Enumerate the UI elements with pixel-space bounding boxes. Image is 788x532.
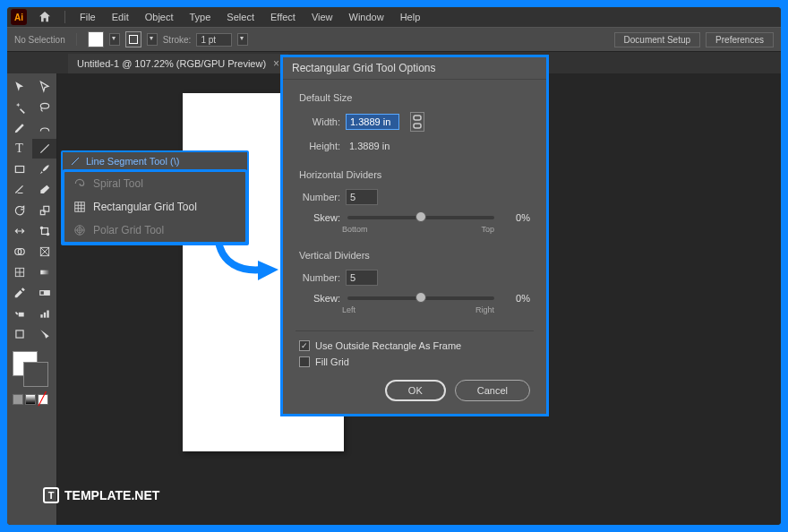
h-skew-left-label: Bottom — [342, 225, 368, 234]
eraser-tool[interactable] — [32, 180, 56, 200]
fill-dropdown[interactable] — [109, 33, 120, 46]
stroke-weight-dropdown[interactable] — [237, 33, 248, 46]
line-tool[interactable] — [32, 139, 56, 159]
document-tab[interactable]: Untitled-1 @ 107.22% (RGB/GPU Preview) × — [68, 54, 288, 73]
slice-tool[interactable] — [32, 324, 56, 344]
svg-rect-34 — [414, 116, 421, 120]
magic-wand-tool[interactable] — [7, 98, 31, 117]
checkbox-checked-icon: ✓ — [299, 340, 310, 351]
direct-selection-tool[interactable] — [32, 77, 56, 97]
v-number-input[interactable] — [346, 270, 378, 286]
paintbrush-tool[interactable] — [32, 159, 56, 179]
watermark: T TEMPLATE.NET — [43, 487, 159, 503]
graph-tool[interactable] — [32, 304, 56, 323]
spiral-tool-item[interactable]: Spiral Tool — [64, 172, 245, 195]
vertical-dividers-heading: Vertical Dividers — [299, 250, 530, 261]
svg-rect-17 — [39, 291, 44, 296]
pen-tool[interactable] — [7, 118, 31, 138]
color-mode-switches[interactable]: ╱ — [13, 394, 51, 405]
menu-type[interactable]: Type — [183, 10, 218, 24]
flyout-item-label: Spiral Tool — [93, 177, 143, 190]
h-number-input[interactable] — [346, 189, 378, 205]
color-picker[interactable] — [13, 351, 51, 387]
blend-tool[interactable] — [32, 283, 56, 303]
control-bar: No Selection Stroke: 1 pt Document Setup… — [7, 27, 781, 52]
free-transform-tool[interactable] — [32, 221, 56, 241]
cancel-button[interactable]: Cancel — [455, 380, 530, 401]
symbol-sprayer-tool[interactable] — [7, 304, 31, 323]
checkbox-label: Fill Grid — [315, 356, 349, 367]
use-outside-rectangle-checkbox[interactable]: ✓ Use Outside Rectangle As Frame — [299, 340, 530, 351]
height-label: Height: — [299, 141, 340, 151]
eyedropper-tool[interactable] — [7, 283, 31, 303]
scale-tool[interactable] — [32, 201, 56, 220]
tool-panel: T — [7, 73, 57, 525]
flyout-header[interactable]: Line Segment Tool (\) — [63, 152, 247, 170]
artboard-tool[interactable] — [7, 324, 31, 344]
polar-grid-tool-item[interactable]: Polar Grid Tool — [64, 219, 245, 242]
stroke-color[interactable] — [23, 362, 48, 387]
stroke-value[interactable]: 1 pt — [196, 33, 232, 47]
flyout-item-label: Polar Grid Tool — [93, 224, 164, 236]
v-skew-slider[interactable] — [347, 296, 494, 300]
checkbox-label: Use Outside Rectangle As Frame — [315, 340, 461, 351]
watermark-icon: T — [43, 487, 59, 503]
fill-swatch[interactable] — [88, 31, 104, 47]
menu-file[interactable]: File — [73, 10, 103, 24]
lasso-tool[interactable] — [32, 98, 56, 117]
grid-tool-options-dialog: Rectangular Grid Tool Options Default Si… — [280, 55, 549, 416]
type-tool[interactable]: T — [7, 139, 31, 159]
rectangular-grid-tool-item[interactable]: Rectangular Grid Tool — [64, 195, 245, 219]
svg-rect-2 — [15, 167, 23, 173]
menu-select[interactable]: Select — [219, 10, 261, 24]
mesh-tool[interactable] — [7, 262, 31, 282]
width-tool[interactable] — [7, 221, 31, 241]
checkbox-unchecked-icon — [299, 356, 310, 367]
ok-button[interactable]: OK — [385, 380, 446, 401]
width-label: Width: — [299, 116, 340, 127]
fill-grid-checkbox[interactable]: Fill Grid — [299, 356, 530, 367]
svg-rect-35 — [414, 124, 421, 128]
svg-point-6 — [40, 227, 42, 228]
shaper-tool[interactable] — [7, 180, 31, 200]
perspective-tool[interactable] — [32, 242, 56, 262]
svg-rect-23 — [15, 330, 22, 338]
menu-window[interactable]: Window — [342, 10, 391, 24]
svg-rect-19 — [18, 313, 23, 317]
home-icon[interactable] — [38, 10, 52, 24]
shape-builder-tool[interactable] — [7, 242, 31, 262]
watermark-text: TEMPLATE.NET — [64, 488, 159, 502]
link-dimensions-icon[interactable] — [410, 112, 424, 132]
menu-object[interactable]: Object — [138, 10, 181, 24]
tab-title: Untitled-1 @ 107.22% (RGB/GPU Preview) — [77, 58, 266, 69]
selection-status: No Selection — [14, 35, 65, 45]
flyout-header-label: Line Segment Tool (\) — [86, 156, 179, 167]
h-skew-slider[interactable] — [347, 216, 494, 219]
menu-help[interactable]: Help — [393, 10, 428, 24]
svg-rect-21 — [43, 313, 45, 318]
stroke-swatch[interactable] — [125, 31, 141, 47]
dialog-title: Rectangular Grid Tool Options — [283, 57, 546, 80]
menu-effect[interactable]: Effect — [263, 10, 303, 24]
menu-edit[interactable]: Edit — [105, 10, 136, 24]
stroke-label: Stroke: — [163, 35, 192, 45]
selection-tool[interactable] — [7, 77, 31, 97]
gradient-tool[interactable] — [32, 262, 56, 282]
v-skew-right-label: Right — [475, 305, 494, 314]
svg-point-0 — [40, 103, 48, 108]
svg-rect-20 — [40, 314, 42, 318]
document-setup-button[interactable]: Document Setup — [614, 32, 701, 47]
menu-view[interactable]: View — [304, 10, 340, 24]
close-icon[interactable]: × — [273, 57, 279, 70]
default-size-heading: Default Size — [299, 92, 530, 103]
height-value: 1.3889 in — [346, 139, 393, 153]
curvature-tool[interactable] — [32, 118, 56, 138]
rectangle-tool[interactable] — [7, 159, 31, 179]
app-logo-icon: Ai — [11, 9, 27, 25]
preferences-button[interactable]: Preferences — [706, 32, 774, 47]
svg-line-1 — [40, 144, 48, 152]
rotate-tool[interactable] — [7, 201, 31, 220]
stroke-dropdown[interactable] — [147, 33, 158, 46]
svg-rect-18 — [45, 291, 49, 296]
width-input[interactable] — [346, 114, 399, 130]
